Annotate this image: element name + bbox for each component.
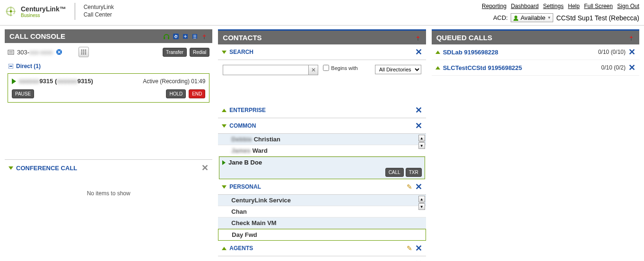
direct-section-header[interactable]: Direct (1) (5, 61, 212, 71)
scroll-up-icon[interactable]: ▲ (418, 135, 425, 141)
queued-settings-icon[interactable] (628, 35, 635, 41)
call-console-icons: ⏱ (163, 33, 208, 40)
call-button[interactable]: CALL (385, 168, 404, 177)
queue-row[interactable]: SLCTestCCStd 9195698225 0/10 (0/2) ✕ (432, 60, 639, 76)
contacts-settings-icon[interactable] (415, 35, 421, 41)
hold-button[interactable]: HOLD (166, 89, 186, 98)
call-active-icon (12, 78, 16, 84)
link-dashboard[interactable]: Dashboard (511, 3, 539, 9)
centurylink-logo-icon (5, 5, 17, 17)
contact-row-selected[interactable]: Jane B Doe CALL TXR (219, 157, 425, 179)
keypad-button[interactable] (78, 47, 89, 57)
svg-rect-10 (193, 38, 196, 38)
contact-row[interactable]: JamesWard (218, 145, 426, 157)
link-fullscreen[interactable]: Full Screen (584, 3, 613, 9)
personal-list: CenturyLink Service Chan Check Main VM D… (218, 195, 426, 241)
contact-row-highlight[interactable]: Day Fwd (218, 229, 426, 241)
svg-rect-26 (631, 38, 632, 41)
redial-button[interactable]: Redial (190, 48, 209, 57)
close-section-icon[interactable]: ✕ (415, 243, 422, 253)
close-section-icon[interactable]: ✕ (415, 105, 422, 115)
close-conference-icon[interactable]: ✕ (201, 163, 209, 173)
logo-area: CenturyLink™ Business CenturyLink Call C… (5, 3, 114, 20)
acd-row: ACD: Available ▼ CCStd Sup1 Test (Rebecc… (479, 13, 639, 22)
svg-point-21 (83, 53, 84, 54)
history-icon[interactable] (191, 33, 198, 40)
close-section-icon[interactable]: ✕ (415, 259, 422, 261)
section-label: ENTERPRISE (229, 107, 412, 113)
close-section-icon[interactable]: ✕ (415, 182, 422, 192)
queue-row[interactable]: SDLab 9195698228 0/10 (0/10) ✕ (432, 44, 639, 60)
search-input-wrap: ✕ (223, 65, 318, 75)
autoanswer-icon[interactable] (163, 33, 170, 40)
user-status-icon (513, 15, 519, 21)
search-input[interactable] (223, 65, 308, 75)
expand-icon[interactable] (222, 185, 226, 189)
conference-header: CONFERENCE CALL ✕ (5, 159, 212, 176)
top-nav-links: Reporting Dashboard Settings Help Full S… (479, 3, 639, 9)
collapse-icon[interactable] (222, 247, 226, 250)
contact-row[interactable]: DebbieChristian (218, 134, 426, 145)
contact-row[interactable]: Check Main VM (218, 218, 426, 229)
link-signout[interactable]: Sign Out (617, 3, 639, 9)
section-label: PERSONAL (229, 183, 403, 190)
collapse-icon[interactable] (435, 51, 440, 54)
brand-text: CenturyLink™ Business (21, 5, 66, 18)
collapse-icon[interactable] (435, 66, 440, 70)
link-help[interactable]: Help (568, 3, 580, 9)
logo-divider (75, 3, 75, 20)
close-queue-icon[interactable]: ✕ (628, 62, 635, 73)
close-section-icon[interactable]: ✕ (415, 121, 422, 131)
dial-row: 303-xxx-xxxx Transfer Redial (5, 43, 212, 61)
conference-empty: No items to show (5, 176, 212, 211)
call-status: Active (Recording) 01:49 (143, 78, 205, 85)
edit-icon[interactable]: ✎ (407, 244, 412, 252)
expand-icon[interactable] (222, 51, 226, 54)
scroll-down-icon[interactable]: ▼ (418, 142, 425, 149)
close-queue-icon[interactable]: ✕ (628, 47, 635, 57)
personal-section-header: PERSONAL ✎ ✕ (218, 179, 426, 195)
begins-with-checkbox[interactable] (323, 65, 329, 71)
dial-number[interactable]: 303-xxx-xxxx (17, 49, 53, 56)
acd-status-select[interactable]: Available ▼ (511, 13, 553, 22)
scroll-up-icon[interactable]: ▲ (418, 196, 425, 202)
link-settings[interactable]: Settings (543, 3, 564, 9)
expand-icon[interactable] (222, 124, 226, 128)
scroll-down-icon[interactable]: ▼ (418, 203, 425, 210)
main-columns: CALL CONSOLE ⏱ 303-xxx-xxxx Transfer Red… (0, 26, 644, 261)
contact-active-icon (222, 160, 226, 165)
transfer-button[interactable]: Transfer (163, 48, 187, 57)
end-button[interactable]: END (189, 89, 205, 98)
contact-row[interactable]: CenturyLink Service (218, 195, 426, 206)
contact-row[interactable]: Chan (218, 206, 426, 218)
transfer-button[interactable]: TXR (406, 168, 422, 177)
call-top-row: xxxxxx9315 (xxxxxx9315) Active (Recordin… (12, 78, 205, 85)
brand-sub: Business (21, 13, 66, 18)
agents-section-header: AGENTS ✎ ✕ (218, 241, 426, 256)
record-settings-icon[interactable] (201, 33, 208, 40)
call-number: xxxxxx9315 (xxxxxx9315) (19, 78, 93, 85)
link-reporting[interactable]: Reporting (482, 3, 506, 9)
enterprise-section-header: ENTERPRISE ✕ (218, 103, 426, 118)
close-section-icon[interactable]: ✕ (415, 47, 422, 57)
trace-icon[interactable] (182, 33, 189, 40)
collapse-icon[interactable] (222, 109, 226, 112)
contacts-panel: CONTACTS SEARCH ✕ ✕ Begins with All Dire… (218, 29, 426, 261)
panel-title: QUEUED CALLS (436, 34, 628, 42)
panel-title: CALL CONSOLE (9, 32, 163, 40)
begins-with-wrap[interactable]: Begins with (323, 65, 357, 71)
conference-title: CONFERENCE CALL (16, 165, 201, 172)
expand-icon[interactable] (9, 166, 13, 170)
edit-icon[interactable]: ✎ (407, 183, 412, 191)
contact-name: Jane B Doe (228, 159, 262, 166)
panel-title: CONTACTS (223, 34, 414, 42)
queued-header: QUEUED CALLS (432, 31, 639, 44)
pause-button[interactable]: PAUSE (12, 89, 34, 98)
directory-select[interactable]: All Directories (375, 65, 421, 74)
waiting-icon[interactable]: ⏱ (173, 33, 179, 40)
acd-label: ACD: (493, 14, 508, 21)
dial-history-icon[interactable] (8, 49, 14, 55)
clear-dial-icon[interactable] (56, 49, 62, 55)
search-clear-icon[interactable]: ✕ (308, 65, 318, 75)
svg-rect-2 (164, 37, 165, 39)
